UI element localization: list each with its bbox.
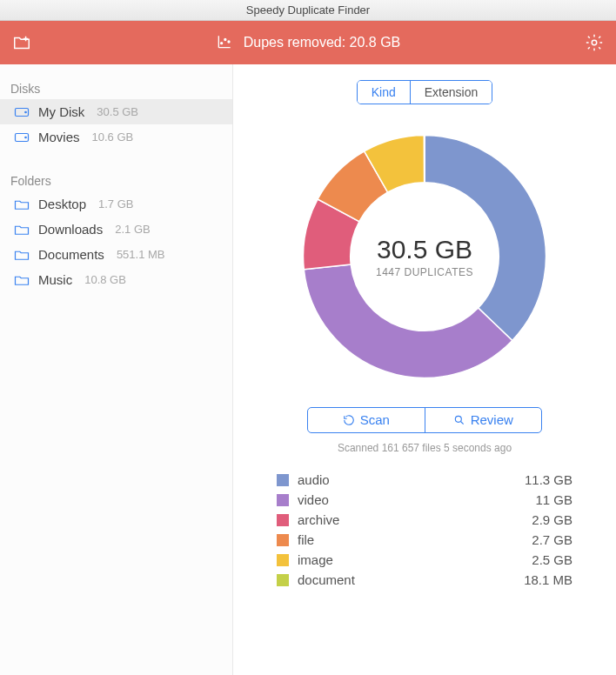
legend-size: 18.1 MB bbox=[524, 572, 572, 587]
disk-size: 30.5 GB bbox=[97, 105, 138, 118]
legend-swatch bbox=[277, 474, 289, 486]
legend-row: image2.5 GB bbox=[277, 550, 572, 570]
legend-row: archive2.9 GB bbox=[277, 510, 572, 530]
toolbar: Dupes removed: 20.8 GB bbox=[0, 21, 616, 64]
scan-button[interactable]: Scan bbox=[308, 408, 425, 432]
duplicates-count: 1447 DUPLICATES bbox=[376, 266, 473, 278]
folder-name: Music bbox=[38, 272, 72, 287]
add-folder-icon[interactable] bbox=[12, 33, 31, 52]
legend-name: archive bbox=[298, 512, 532, 527]
main-panel: Kind Extension 30.5 GB 1447 DUPLICATES S… bbox=[233, 64, 616, 675]
legend-swatch bbox=[277, 514, 289, 526]
legend-row: file2.7 GB bbox=[277, 530, 572, 550]
window-titlebar: Speedy Duplicate Finder bbox=[0, 0, 616, 21]
legend-name: audio bbox=[298, 472, 525, 487]
legend-name: image bbox=[298, 552, 532, 567]
window-title: Speedy Duplicate Finder bbox=[246, 3, 370, 17]
toolbar-status: Dupes removed: 20.8 GB bbox=[244, 35, 401, 50]
total-size: 30.5 GB bbox=[377, 235, 472, 264]
sidebar-folder-item[interactable]: Music10.8 GB bbox=[0, 267, 232, 292]
folder-size: 551.1 MB bbox=[117, 248, 165, 261]
legend-size: 2.5 GB bbox=[532, 552, 572, 567]
svg-point-7 bbox=[25, 137, 27, 138]
scan-label: Scan bbox=[360, 408, 390, 432]
disk-size: 10.6 GB bbox=[92, 130, 134, 144]
folder-size: 1.7 GB bbox=[98, 197, 133, 211]
donut-center: 30.5 GB 1447 DUPLICATES bbox=[290, 122, 559, 391]
legend-name: document bbox=[298, 572, 524, 587]
legend-size: 11 GB bbox=[535, 492, 572, 507]
legend-name: file bbox=[298, 532, 532, 547]
disk-name: My Disk bbox=[38, 104, 84, 119]
svg-point-2 bbox=[228, 41, 230, 43]
review-button[interactable]: Review bbox=[425, 408, 542, 432]
folders-header: Folders bbox=[0, 165, 232, 191]
sidebar-disk-item[interactable]: Movies10.6 GB bbox=[0, 124, 232, 150]
sidebar-disk-item[interactable]: My Disk30.5 GB bbox=[0, 99, 232, 124]
folder-name: Downloads bbox=[38, 222, 103, 237]
legend-size: 2.9 GB bbox=[532, 512, 572, 527]
sidebar-folder-item[interactable]: Downloads2.1 GB bbox=[0, 217, 232, 242]
sidebar-folder-item[interactable]: Desktop1.7 GB bbox=[0, 191, 232, 217]
folder-name: Desktop bbox=[38, 197, 86, 211]
legend-swatch bbox=[277, 534, 289, 546]
scan-status: Scanned 161 657 files 5 seconds ago bbox=[338, 442, 512, 454]
view-segmented: Kind Extension bbox=[357, 80, 493, 104]
donut-chart: 30.5 GB 1447 DUPLICATES bbox=[290, 122, 559, 391]
legend-row: document18.1 MB bbox=[277, 570, 572, 590]
gear-icon[interactable] bbox=[585, 33, 604, 52]
legend-row: audio11.3 GB bbox=[277, 470, 572, 490]
legend-size: 11.3 GB bbox=[525, 472, 572, 487]
folder-name: Documents bbox=[38, 247, 104, 262]
legend-size: 2.7 GB bbox=[532, 532, 572, 547]
legend-name: video bbox=[298, 492, 535, 507]
review-label: Review bbox=[471, 408, 513, 432]
chart-icon bbox=[216, 33, 235, 52]
svg-point-0 bbox=[220, 43, 222, 44]
legend-row: video11 GB bbox=[277, 490, 572, 510]
legend: audio11.3 GBvideo11 GBarchive2.9 GBfile2… bbox=[277, 470, 572, 590]
action-buttons: Scan Review bbox=[307, 407, 542, 433]
svg-point-5 bbox=[25, 111, 27, 113]
sidebar: Disks My Disk30.5 GBMovies10.6 GB Folder… bbox=[0, 64, 233, 675]
legend-swatch bbox=[277, 574, 289, 586]
disks-header: Disks bbox=[0, 73, 232, 99]
tab-extension[interactable]: Extension bbox=[411, 81, 492, 104]
tab-kind[interactable]: Kind bbox=[358, 81, 411, 104]
svg-point-8 bbox=[455, 416, 461, 422]
legend-swatch bbox=[277, 494, 289, 506]
svg-point-3 bbox=[592, 40, 597, 45]
legend-swatch bbox=[277, 554, 289, 566]
svg-point-1 bbox=[224, 39, 226, 41]
sidebar-folder-item[interactable]: Documents551.1 MB bbox=[0, 242, 232, 267]
folder-size: 2.1 GB bbox=[115, 223, 150, 236]
disk-name: Movies bbox=[38, 130, 80, 144]
folder-size: 10.8 GB bbox=[84, 273, 126, 286]
